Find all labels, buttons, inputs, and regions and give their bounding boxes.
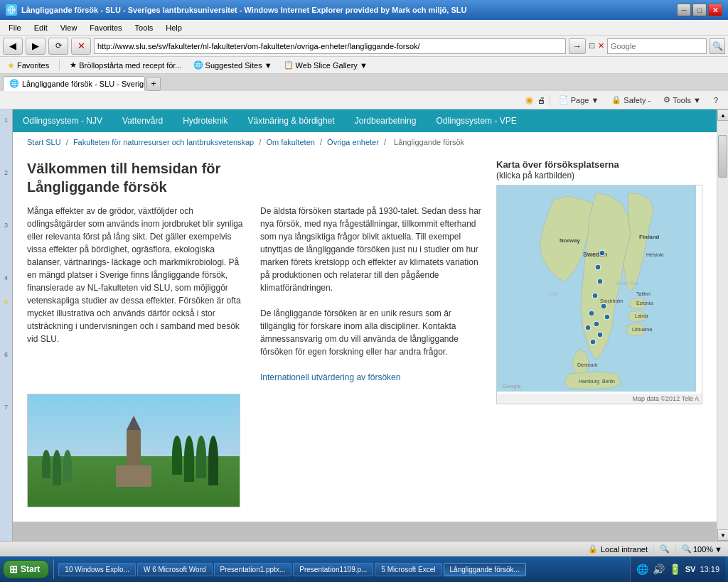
scroll-up-button[interactable]: ▲ (717, 109, 728, 121)
sidebar-num-7: 7 (4, 404, 8, 411)
breadcrumb-fakulteten[interactable]: Fakulteten för naturresurser och lantbru… (73, 138, 254, 146)
fav-label-3: Web Slice Gallery ▼ (296, 61, 368, 70)
text-col-left: Många effekter av de grödor, växtföljder… (27, 205, 249, 384)
minimize-button[interactable]: ─ (677, 4, 691, 16)
fav-icon-3: 📋 (284, 60, 294, 70)
sidebar-num-4: 4 (4, 274, 8, 281)
svg-point-24 (597, 332, 603, 338)
page-title: Välkommen till hemsidan förLångliggande … (27, 159, 482, 196)
international-link[interactable]: Internationell utvärdering av försöken (260, 372, 400, 382)
tray-network-icon: 🌐 (636, 564, 648, 575)
scrollbar-thumb[interactable] (718, 135, 727, 178)
svg-text:Hamburg: Hamburg (579, 379, 599, 384)
page-menu[interactable]: 📄 Page ▼ (555, 94, 604, 106)
tools-icon: ⚙ (663, 95, 670, 104)
scroll-down-button[interactable]: ▼ (717, 529, 728, 541)
refresh-button[interactable]: ⟳ (48, 38, 68, 55)
nav-vattenvard[interactable]: Vattenvård (112, 109, 173, 132)
new-tab-button[interactable]: + (146, 77, 161, 91)
tree-r3 (196, 436, 206, 478)
status-sep2 (675, 544, 676, 555)
nav-odling-vpe[interactable]: Odlingssystem - VPE (426, 109, 526, 132)
favorites-bar: ★ Favorites ★ Bröllopstårta med recept f… (0, 57, 728, 74)
svg-point-19 (592, 293, 598, 298)
taskbar-explorer[interactable]: 10 Windows Explo... (58, 563, 136, 576)
taskbar-ppt1[interactable]: Presentation1.pptx... (214, 563, 292, 576)
map-svg[interactable]: Sweden Norway Finland Estonia Latvia Lit… (497, 185, 696, 392)
breadcrumb: Start SLU / Fakulteten för naturresurser… (13, 132, 717, 152)
menu-favorites[interactable]: Favorites (84, 22, 127, 33)
fav-item-suggested[interactable]: 🌐 Suggested Sites ▼ (189, 59, 277, 71)
church-spire (127, 416, 141, 430)
back-button[interactable]: ◀ (3, 38, 23, 55)
svg-text:Stockholm: Stockholm (600, 298, 623, 303)
start-button[interactable]: ⊞ Start (3, 560, 49, 578)
zoom-control[interactable]: 🔍 100% ▼ (682, 544, 722, 554)
sidebar-num-3: 3 (4, 222, 8, 229)
window-title: Långliggande försök - SLU - Sveriges lan… (21, 6, 677, 14)
map-container[interactable]: Sweden Norway Finland Estonia Latvia Lit… (496, 185, 702, 404)
menu-view[interactable]: View (55, 22, 83, 33)
svg-point-27 (595, 264, 601, 270)
tools-label: Tools ▼ (673, 96, 701, 104)
magnify-icon-area: 🔍 (660, 544, 670, 554)
nav-hydroteknik[interactable]: Hydroteknik (173, 109, 237, 132)
star-icon: ★ (7, 60, 15, 70)
svg-point-26 (604, 314, 610, 320)
taskbar-ppt2[interactable]: Presentation1109.p... (293, 563, 373, 576)
status-sep (653, 544, 654, 555)
forward-button[interactable]: ▶ (26, 38, 46, 55)
favorites-button[interactable]: ★ Favorites (3, 59, 53, 72)
svg-point-22 (594, 321, 599, 327)
toolbar-separator (550, 95, 550, 106)
taskbar-tray: 🌐 🔊 🔋 SV 13:19 (630, 556, 725, 582)
sidebar-num-2: 2 (4, 169, 8, 176)
safety-menu[interactable]: 🔒 Safety - (607, 94, 655, 106)
svg-text:Denmark: Denmark (577, 362, 598, 367)
menu-edit[interactable]: Edit (28, 22, 53, 33)
menu-help[interactable]: Help (160, 22, 188, 33)
content-right: Karta över försöksplatserna(klicka på ka… (496, 159, 702, 507)
zoom-label: 100% (693, 545, 713, 554)
x-icon: ✕ (598, 41, 604, 50)
breadcrumb-ovriga[interactable]: Övriga enheter (327, 138, 379, 146)
taskbar-excel[interactable]: 5 Microsoft Excel (375, 563, 441, 576)
nav-vaxtnaring[interactable]: Växtnäring & bördighet (238, 109, 345, 132)
search-input[interactable] (607, 38, 707, 54)
search-button[interactable]: 🔍 (710, 38, 725, 54)
address-input[interactable] (94, 38, 566, 54)
breadcrumb-sep-4: / (384, 138, 388, 146)
taskbar-word[interactable]: W 6 Microsoft Word (137, 563, 213, 576)
taskbar-current[interactable]: Långliggande försök... (444, 563, 526, 576)
sidebar-num-5: 5 (4, 298, 8, 306)
menu-tools[interactable]: Tools (129, 22, 159, 33)
text-columns: Många effekter av de grödor, växtföljder… (27, 205, 482, 384)
stop-button[interactable]: ✕ (71, 38, 91, 55)
breadcrumb-sep-1: / (66, 138, 70, 146)
help-button[interactable]: ? (710, 95, 722, 106)
compat-icon: ⊡ (589, 41, 595, 50)
maximize-button[interactable]: □ (692, 4, 707, 16)
tools-menu[interactable]: ⚙ Tools ▼ (659, 94, 705, 106)
svg-text:Helsinki: Helsinki (646, 252, 664, 257)
trees-right (172, 436, 218, 485)
svg-text:Berlin: Berlin (602, 379, 615, 384)
print-icon-area: 🖨 (537, 96, 545, 104)
close-button[interactable]: ✕ (708, 4, 722, 16)
nav-jordbearbetning[interactable]: Jordbearbetning (345, 109, 427, 132)
go-button[interactable]: → (569, 38, 586, 54)
lock-icon: 🔒 (588, 544, 598, 554)
svg-point-21 (589, 311, 594, 316)
menu-bar: File Edit View Favorites Tools Help (0, 20, 728, 36)
breadcrumb-start[interactable]: Start SLU (27, 138, 61, 146)
tray-lang: SV (685, 565, 696, 573)
zoom-arrow: ▼ (714, 545, 722, 554)
fav-item-wedding[interactable]: ★ Bröllopstårta med recept för... (65, 59, 186, 71)
scrollbar-track[interactable] (717, 121, 728, 529)
breadcrumb-om[interactable]: Om fakulteten (266, 138, 314, 146)
menu-file[interactable]: File (3, 22, 27, 33)
start-label: Start (21, 564, 40, 574)
tab-main[interactable]: 🌐 Långliggande försök - SLU - Sveriges l… (3, 76, 145, 91)
nav-odling-njv[interactable]: Odlingssystem - NJV (13, 109, 112, 132)
fav-item-webslice[interactable]: 📋 Web Slice Gallery ▼ (279, 59, 372, 71)
